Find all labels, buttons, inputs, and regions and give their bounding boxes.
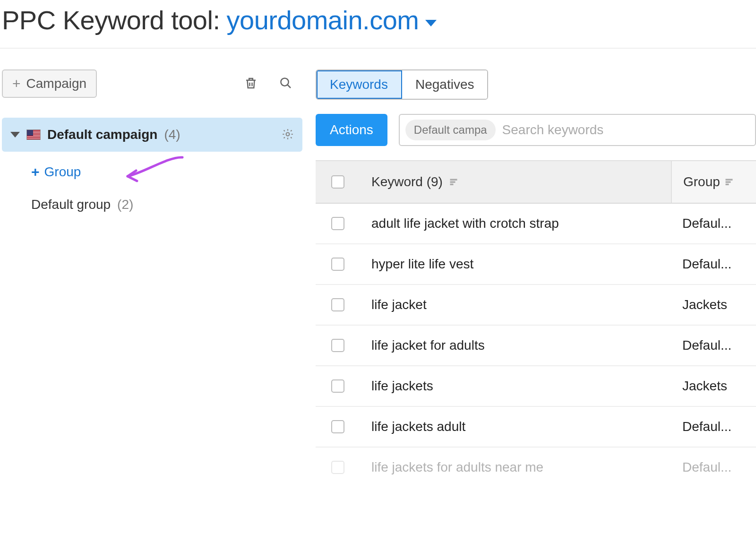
table-row: life jacketJackets (316, 285, 756, 326)
column-keyword[interactable]: Keyword (9) (360, 161, 671, 203)
cell-group[interactable]: Defaul... (671, 407, 756, 447)
page-header: PPC Keyword tool: yourdomain.com (0, 0, 756, 49)
svg-rect-6 (726, 181, 730, 182)
campaign-name: Default campaign (47, 127, 157, 142)
add-campaign-button[interactable]: + Campaign (2, 69, 97, 98)
row-checkbox[interactable] (331, 379, 344, 393)
select-all-checkbox[interactable] (331, 175, 344, 189)
table-row: life jacketsJackets (316, 366, 756, 407)
title-prefix: PPC Keyword tool: (2, 5, 220, 35)
svg-rect-5 (726, 179, 732, 180)
cell-group[interactable]: Defaul... (671, 244, 756, 284)
filter-chip[interactable]: Default campa (405, 120, 496, 140)
trash-icon (244, 85, 258, 92)
svg-point-1 (286, 132, 290, 136)
group-count: (2) (117, 197, 133, 212)
cell-group[interactable]: Defaul... (671, 204, 756, 243)
svg-rect-4 (450, 184, 453, 185)
row-checkbox[interactable] (331, 420, 344, 433)
table-row: life jacket for adultsDefaul... (316, 326, 756, 366)
cell-group[interactable]: Jackets (671, 285, 756, 325)
table-row: life jackets for adults near meDefaul... (316, 448, 756, 487)
svg-rect-3 (450, 181, 455, 182)
tabs: Keywords Negatives (316, 69, 488, 100)
row-checkbox[interactable] (331, 298, 344, 311)
search-icon (279, 85, 293, 92)
cell-keyword[interactable]: hyper lite life vest (360, 244, 671, 284)
row-checkbox[interactable] (331, 461, 344, 474)
cell-group[interactable]: Defaul... (671, 448, 756, 487)
row-checkbox[interactable] (331, 217, 344, 230)
sidebar: + Campaign (2, 69, 302, 487)
us-flag-icon (26, 129, 41, 140)
table-row: life jackets adultDefaul... (316, 407, 756, 448)
column-group-label: Group (683, 174, 720, 189)
group-name: Default group (31, 197, 111, 212)
sort-icon (725, 174, 733, 189)
chevron-down-icon[interactable] (10, 132, 20, 138)
column-keyword-label: Keyword (9) (371, 174, 443, 189)
search-field[interactable]: Default campa (399, 114, 756, 146)
actions-button[interactable]: Actions (316, 114, 387, 146)
domain-text: yourdomain.com (226, 5, 419, 35)
main-panel: Keywords Negatives Actions Default campa… (316, 69, 756, 487)
search-button[interactable] (279, 76, 293, 92)
sort-icon (449, 174, 458, 189)
campaign-settings-button[interactable] (282, 128, 294, 142)
svg-point-0 (281, 78, 288, 86)
search-input[interactable] (502, 122, 749, 138)
row-checkbox[interactable] (331, 339, 344, 352)
cell-keyword[interactable]: life jacket (360, 285, 671, 325)
page-title: PPC Keyword tool: yourdomain.com (2, 5, 754, 35)
cell-keyword[interactable]: life jacket for adults (360, 326, 671, 365)
tab-keywords[interactable]: Keywords (317, 70, 402, 99)
add-group-button[interactable]: + Group (31, 164, 81, 180)
table-row: hyper lite life vestDefaul... (316, 244, 756, 285)
svg-rect-7 (726, 184, 729, 185)
cell-group[interactable]: Defaul... (671, 326, 756, 365)
cell-keyword[interactable]: life jackets (360, 366, 671, 406)
cell-group[interactable]: Jackets (671, 366, 756, 406)
gear-icon (282, 135, 294, 142)
add-campaign-label: Campaign (26, 76, 87, 91)
cell-keyword[interactable]: adult life jacket with crotch strap (360, 204, 671, 243)
domain-dropdown[interactable]: yourdomain.com (226, 5, 437, 35)
table-header: Keyword (9) Group (316, 161, 756, 204)
keywords-table: Keyword (9) Group adult life jacket with… (316, 160, 756, 487)
chevron-down-icon (425, 20, 437, 26)
plus-icon: + (12, 77, 21, 91)
table-row: adult life jacket with crotch strapDefau… (316, 204, 756, 244)
cell-keyword[interactable]: life jackets adult (360, 407, 671, 447)
row-checkbox[interactable] (331, 258, 344, 271)
column-group[interactable]: Group (671, 161, 756, 203)
add-group-label: Group (44, 164, 81, 180)
annotation-arrow (121, 154, 187, 190)
cell-keyword[interactable]: life jackets for adults near me (360, 448, 671, 487)
svg-rect-2 (450, 179, 457, 180)
campaign-count: (4) (164, 127, 180, 142)
campaign-row[interactable]: Default campaign (4) (2, 118, 302, 152)
delete-button[interactable] (244, 76, 258, 92)
plus-icon: + (31, 164, 40, 180)
sidebar-group-item[interactable]: Default group (2) (31, 197, 302, 212)
tab-negatives[interactable]: Negatives (402, 70, 488, 99)
